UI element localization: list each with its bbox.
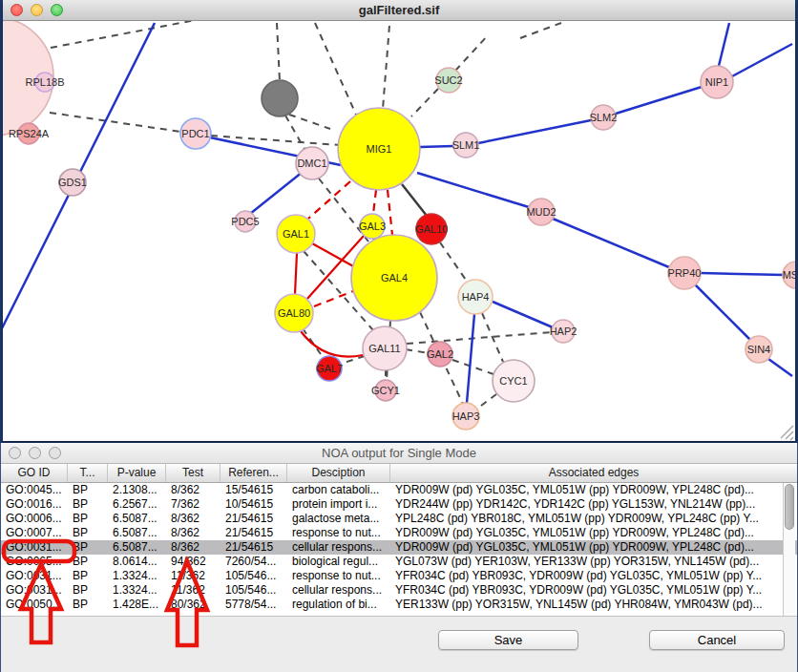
table-row[interactable]: GO:0007...BP6.5087...8/36221/54615respon… xyxy=(1,526,797,540)
cell-description: carbon cataboli... xyxy=(287,483,390,497)
cell-reference: 105/546... xyxy=(220,569,287,583)
table-row[interactable]: GO:0045...BP2.1308...8/36215/54615carbon… xyxy=(1,483,797,497)
table-row[interactable]: GO:0050...BP1.428E...80/3625778/54...reg… xyxy=(1,598,797,612)
vertical-scrollbar[interactable] xyxy=(783,483,795,616)
graph-edge xyxy=(373,190,376,214)
node-label-MIG1: MIG1 xyxy=(367,143,392,155)
graph-edge xyxy=(440,242,468,283)
network-window: galFiltered.sif RPL18BRPS24AGDS1PDC1PDC5… xyxy=(3,0,795,441)
minimize-button[interactable] xyxy=(31,4,43,16)
save-button[interactable]: Save xyxy=(438,630,578,650)
cell-edges: YDR244W (pp) YDR142C, YDR142C (pp) YGL15… xyxy=(390,497,797,512)
close-button[interactable] xyxy=(9,447,21,459)
graph-edge xyxy=(520,23,561,38)
column-header-test[interactable]: Test xyxy=(166,464,220,482)
cell-p_value: 6.5087... xyxy=(108,526,166,540)
node-label-RPL18B: RPL18B xyxy=(26,76,65,88)
cell-test: 94/362 xyxy=(166,555,220,569)
window-title: NOA output for Single Mode xyxy=(322,446,476,460)
node-label-RPS24A: RPS24A xyxy=(9,128,50,139)
cell-go_id: GO:0031... xyxy=(1,583,68,598)
cell-edges: YFR034C (pd) YBR093C, YDR009W (pd) YGL03… xyxy=(390,583,797,598)
node-label-GAL2: GAL2 xyxy=(427,348,453,360)
node-label-HAP2: HAP2 xyxy=(550,326,578,337)
graph-edge xyxy=(719,23,729,66)
noa-output-window: NOA output for Single Mode GO IDT...P-va… xyxy=(0,443,798,672)
noa-window-titlebar[interactable]: NOA output for Single Mode xyxy=(1,443,797,464)
graph-edge xyxy=(478,120,591,143)
table-row[interactable]: GO:0016...BP6.2567...7/36210/54615protei… xyxy=(1,497,797,512)
zoom-button[interactable] xyxy=(51,4,63,16)
cell-type: BP xyxy=(68,483,108,497)
network-window-titlebar[interactable]: galFiltered.sif xyxy=(3,0,795,21)
cell-go_id: GO:0016... xyxy=(1,497,68,512)
table-row[interactable]: GO:0031...BP1.3324...11/362105/546...cel… xyxy=(1,583,797,598)
cell-p_value: 2.1308... xyxy=(108,483,166,497)
graph-edge xyxy=(277,23,280,81)
close-button[interactable] xyxy=(10,4,23,16)
node-label-SLM1: SLM1 xyxy=(452,139,480,151)
cell-test: 8/362 xyxy=(166,512,220,526)
cell-edges: YDR009W (pd) YGL035C, YML051W (pp) YDR00… xyxy=(390,540,797,555)
node-label-SUC2: SUC2 xyxy=(434,74,462,86)
column-header-edges[interactable]: Associated edges xyxy=(390,464,797,482)
network-canvas[interactable]: RPL18BRPS24AGDS1PDC1PDC5MIG1SUC2SLM1SLM2… xyxy=(3,21,795,441)
resize-grip-icon[interactable] xyxy=(781,426,793,440)
graph-edge xyxy=(51,21,196,48)
table-row[interactable]: GO:0031...BP1.3324...11/362105/546...res… xyxy=(1,569,797,583)
minimize-button[interactable] xyxy=(29,447,41,459)
graph-edge xyxy=(301,331,363,357)
cell-test: 11/362 xyxy=(166,569,220,583)
cell-type: BP xyxy=(68,569,108,583)
column-header-go_id[interactable]: GO ID xyxy=(1,464,68,482)
column-header-description[interactable]: Desciption xyxy=(287,464,390,482)
cell-description: protein import i... xyxy=(287,497,390,512)
node-label-GAL4: GAL4 xyxy=(381,272,408,284)
node-unlabeled-gray[interactable] xyxy=(262,80,298,116)
table-row[interactable]: GO:0065...BP8.0614...94/3627260/54...bio… xyxy=(1,555,797,569)
cell-type: BP xyxy=(68,583,108,598)
node-label-PRP40: PRP40 xyxy=(668,267,702,279)
cell-description: response to nut... xyxy=(287,526,390,540)
window-title: galFiltered.sif xyxy=(359,3,440,17)
cancel-button[interactable]: Cancel xyxy=(649,630,785,650)
node-label-MUD2: MUD2 xyxy=(526,206,556,218)
cell-type: BP xyxy=(68,512,108,526)
node-label-GAL11: GAL11 xyxy=(368,343,400,354)
cell-p_value: 6.5087... xyxy=(108,540,166,555)
node-label-GAL7: GAL7 xyxy=(316,363,343,374)
graph-edge xyxy=(477,394,496,409)
scrollbar-thumb[interactable] xyxy=(785,484,794,530)
column-header-reference[interactable]: Referen... xyxy=(220,464,287,482)
table-header: GO IDT...P-valueTestReferen...Desciption… xyxy=(1,464,797,483)
button-panel: Save Cancel xyxy=(1,616,797,672)
graph-edge xyxy=(768,359,792,376)
graph-edge xyxy=(695,284,750,340)
cell-description: cellular respons... xyxy=(287,583,390,598)
cell-description: cellular respons... xyxy=(287,540,390,555)
node-label-CYC1: CYC1 xyxy=(499,375,527,387)
cell-description: response to nut... xyxy=(287,569,390,583)
node-label-MSL1: MSL1 xyxy=(783,269,795,281)
graph-edge xyxy=(312,243,355,267)
graph-edge xyxy=(295,253,297,294)
graph-edge xyxy=(250,172,303,214)
cell-reference: 7260/54... xyxy=(220,555,287,569)
graph-edge xyxy=(388,190,392,235)
zoom-button[interactable] xyxy=(49,447,61,459)
column-header-type[interactable]: T... xyxy=(68,464,108,482)
graph-edge xyxy=(732,44,792,76)
column-header-p_value[interactable]: P-value xyxy=(108,464,166,482)
node-label-HAP3: HAP3 xyxy=(452,410,480,422)
cell-reference: 21/54615 xyxy=(220,526,287,540)
graph-edge xyxy=(308,181,350,219)
cell-edges: YPL248C (pd) YBR018C, YML051W (pp) YDR00… xyxy=(390,512,797,526)
cell-test: 8/362 xyxy=(166,483,220,497)
graph-edge xyxy=(701,273,784,275)
cell-reference: 15/54615 xyxy=(220,483,287,497)
cell-reference: 5778/54... xyxy=(220,598,287,612)
node-label-HAP4: HAP4 xyxy=(462,291,490,303)
graph-edge xyxy=(406,349,429,353)
table-row[interactable]: GO:0031...BP6.5087...8/36221/54615cellul… xyxy=(1,540,797,555)
table-row[interactable]: GO:0006...BP6.5087...8/36221/54615galact… xyxy=(1,512,797,526)
